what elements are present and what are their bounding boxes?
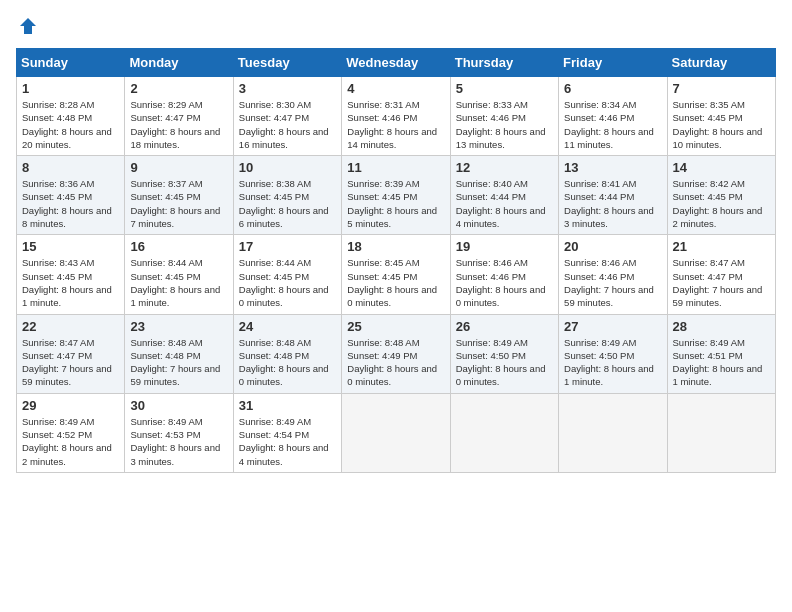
calendar-cell: 13 Sunrise: 8:41 AM Sunset: 4:44 PM Dayl… <box>559 156 667 235</box>
day-info: Sunrise: 8:44 AM Sunset: 4:45 PM Dayligh… <box>130 256 227 309</box>
sunset-label: Sunset: 4:54 PM <box>239 429 309 440</box>
calendar-cell: 29 Sunrise: 8:49 AM Sunset: 4:52 PM Dayl… <box>17 393 125 472</box>
day-info: Sunrise: 8:41 AM Sunset: 4:44 PM Dayligh… <box>564 177 661 230</box>
sunset-label: Sunset: 4:45 PM <box>130 271 200 282</box>
sunrise-label: Sunrise: 8:46 AM <box>456 257 528 268</box>
sunset-label: Sunset: 4:46 PM <box>564 112 634 123</box>
calendar-cell: 18 Sunrise: 8:45 AM Sunset: 4:45 PM Dayl… <box>342 235 450 314</box>
day-number: 4 <box>347 81 444 96</box>
day-number: 2 <box>130 81 227 96</box>
calendar-row-4: 29 Sunrise: 8:49 AM Sunset: 4:52 PM Dayl… <box>17 393 776 472</box>
day-number: 26 <box>456 319 553 334</box>
day-info: Sunrise: 8:46 AM Sunset: 4:46 PM Dayligh… <box>456 256 553 309</box>
sunrise-label: Sunrise: 8:48 AM <box>239 337 311 348</box>
calendar-cell: 16 Sunrise: 8:44 AM Sunset: 4:45 PM Dayl… <box>125 235 233 314</box>
sunrise-label: Sunrise: 8:47 AM <box>673 257 745 268</box>
weekday-header-sunday: Sunday <box>17 49 125 77</box>
day-number: 22 <box>22 319 119 334</box>
daylight-label: Daylight: 8 hours and 18 minutes. <box>130 126 220 150</box>
day-info: Sunrise: 8:36 AM Sunset: 4:45 PM Dayligh… <box>22 177 119 230</box>
daylight-label: Daylight: 8 hours and 3 minutes. <box>564 205 654 229</box>
sunrise-label: Sunrise: 8:46 AM <box>564 257 636 268</box>
daylight-label: Daylight: 8 hours and 2 minutes. <box>22 442 112 466</box>
sunrise-label: Sunrise: 8:30 AM <box>239 99 311 110</box>
sunset-label: Sunset: 4:46 PM <box>456 112 526 123</box>
daylight-label: Daylight: 8 hours and 5 minutes. <box>347 205 437 229</box>
day-number: 13 <box>564 160 661 175</box>
sunrise-label: Sunrise: 8:36 AM <box>22 178 94 189</box>
calendar-cell: 7 Sunrise: 8:35 AM Sunset: 4:45 PM Dayli… <box>667 77 775 156</box>
sunset-label: Sunset: 4:52 PM <box>22 429 92 440</box>
daylight-label: Daylight: 8 hours and 0 minutes. <box>239 284 329 308</box>
calendar-cell: 2 Sunrise: 8:29 AM Sunset: 4:47 PM Dayli… <box>125 77 233 156</box>
day-info: Sunrise: 8:40 AM Sunset: 4:44 PM Dayligh… <box>456 177 553 230</box>
sunset-label: Sunset: 4:53 PM <box>130 429 200 440</box>
weekday-header-thursday: Thursday <box>450 49 558 77</box>
sunrise-label: Sunrise: 8:49 AM <box>239 416 311 427</box>
daylight-label: Daylight: 8 hours and 6 minutes. <box>239 205 329 229</box>
logo-icon <box>18 16 38 36</box>
sunrise-label: Sunrise: 8:41 AM <box>564 178 636 189</box>
day-number: 20 <box>564 239 661 254</box>
calendar-cell: 27 Sunrise: 8:49 AM Sunset: 4:50 PM Dayl… <box>559 314 667 393</box>
daylight-label: Daylight: 8 hours and 0 minutes. <box>239 363 329 387</box>
sunrise-label: Sunrise: 8:47 AM <box>22 337 94 348</box>
day-info: Sunrise: 8:49 AM Sunset: 4:53 PM Dayligh… <box>130 415 227 468</box>
calendar-row-3: 22 Sunrise: 8:47 AM Sunset: 4:47 PM Dayl… <box>17 314 776 393</box>
day-info: Sunrise: 8:49 AM Sunset: 4:51 PM Dayligh… <box>673 336 770 389</box>
sunset-label: Sunset: 4:46 PM <box>564 271 634 282</box>
sunset-label: Sunset: 4:44 PM <box>456 191 526 202</box>
calendar-row-2: 15 Sunrise: 8:43 AM Sunset: 4:45 PM Dayl… <box>17 235 776 314</box>
day-number: 17 <box>239 239 336 254</box>
sunset-label: Sunset: 4:47 PM <box>239 112 309 123</box>
daylight-label: Daylight: 8 hours and 1 minute. <box>673 363 763 387</box>
daylight-label: Daylight: 8 hours and 3 minutes. <box>130 442 220 466</box>
calendar-cell: 22 Sunrise: 8:47 AM Sunset: 4:47 PM Dayl… <box>17 314 125 393</box>
calendar-cell: 3 Sunrise: 8:30 AM Sunset: 4:47 PM Dayli… <box>233 77 341 156</box>
day-number: 5 <box>456 81 553 96</box>
daylight-label: Daylight: 8 hours and 7 minutes. <box>130 205 220 229</box>
daylight-label: Daylight: 7 hours and 59 minutes. <box>130 363 220 387</box>
day-number: 7 <box>673 81 770 96</box>
day-info: Sunrise: 8:46 AM Sunset: 4:46 PM Dayligh… <box>564 256 661 309</box>
daylight-label: Daylight: 8 hours and 0 minutes. <box>456 363 546 387</box>
sunset-label: Sunset: 4:48 PM <box>130 350 200 361</box>
sunrise-label: Sunrise: 8:29 AM <box>130 99 202 110</box>
daylight-label: Daylight: 8 hours and 0 minutes. <box>456 284 546 308</box>
calendar-cell: 5 Sunrise: 8:33 AM Sunset: 4:46 PM Dayli… <box>450 77 558 156</box>
calendar-cell: 28 Sunrise: 8:49 AM Sunset: 4:51 PM Dayl… <box>667 314 775 393</box>
daylight-label: Daylight: 8 hours and 1 minute. <box>564 363 654 387</box>
day-number: 16 <box>130 239 227 254</box>
daylight-label: Daylight: 8 hours and 20 minutes. <box>22 126 112 150</box>
sunrise-label: Sunrise: 8:28 AM <box>22 99 94 110</box>
sunset-label: Sunset: 4:46 PM <box>347 112 417 123</box>
day-info: Sunrise: 8:49 AM Sunset: 4:54 PM Dayligh… <box>239 415 336 468</box>
sunrise-label: Sunrise: 8:35 AM <box>673 99 745 110</box>
day-info: Sunrise: 8:28 AM Sunset: 4:48 PM Dayligh… <box>22 98 119 151</box>
sunrise-label: Sunrise: 8:49 AM <box>130 416 202 427</box>
sunset-label: Sunset: 4:50 PM <box>564 350 634 361</box>
sunrise-label: Sunrise: 8:40 AM <box>456 178 528 189</box>
day-number: 30 <box>130 398 227 413</box>
sunset-label: Sunset: 4:48 PM <box>22 112 92 123</box>
day-info: Sunrise: 8:48 AM Sunset: 4:48 PM Dayligh… <box>130 336 227 389</box>
calendar-row-0: 1 Sunrise: 8:28 AM Sunset: 4:48 PM Dayli… <box>17 77 776 156</box>
sunrise-label: Sunrise: 8:34 AM <box>564 99 636 110</box>
calendar-cell: 31 Sunrise: 8:49 AM Sunset: 4:54 PM Dayl… <box>233 393 341 472</box>
sunset-label: Sunset: 4:46 PM <box>456 271 526 282</box>
calendar-cell: 15 Sunrise: 8:43 AM Sunset: 4:45 PM Dayl… <box>17 235 125 314</box>
day-number: 29 <box>22 398 119 413</box>
calendar-cell: 19 Sunrise: 8:46 AM Sunset: 4:46 PM Dayl… <box>450 235 558 314</box>
sunset-label: Sunset: 4:45 PM <box>239 271 309 282</box>
daylight-label: Daylight: 8 hours and 10 minutes. <box>673 126 763 150</box>
sunset-label: Sunset: 4:49 PM <box>347 350 417 361</box>
day-number: 14 <box>673 160 770 175</box>
day-info: Sunrise: 8:47 AM Sunset: 4:47 PM Dayligh… <box>673 256 770 309</box>
day-info: Sunrise: 8:42 AM Sunset: 4:45 PM Dayligh… <box>673 177 770 230</box>
sunrise-label: Sunrise: 8:49 AM <box>564 337 636 348</box>
calendar-cell <box>450 393 558 472</box>
day-number: 6 <box>564 81 661 96</box>
sunset-label: Sunset: 4:45 PM <box>347 271 417 282</box>
daylight-label: Daylight: 8 hours and 0 minutes. <box>347 284 437 308</box>
day-number: 25 <box>347 319 444 334</box>
